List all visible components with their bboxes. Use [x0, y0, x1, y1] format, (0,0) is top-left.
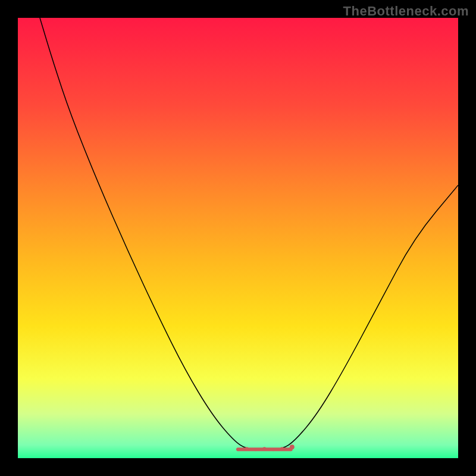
bottleneck-plot: [18, 18, 458, 458]
svg-point-4: [262, 447, 266, 450]
watermark-text: TheBottleneck.com: [343, 4, 469, 19]
svg-point-5: [272, 449, 274, 451]
svg-point-2: [245, 447, 249, 450]
svg-point-3: [255, 449, 257, 451]
gradient-background: [18, 18, 458, 458]
svg-point-1: [237, 449, 239, 451]
svg-point-8: [290, 444, 295, 449]
chart-frame: TheBottleneck.com: [0, 0, 476, 476]
svg-point-6: [280, 447, 284, 450]
